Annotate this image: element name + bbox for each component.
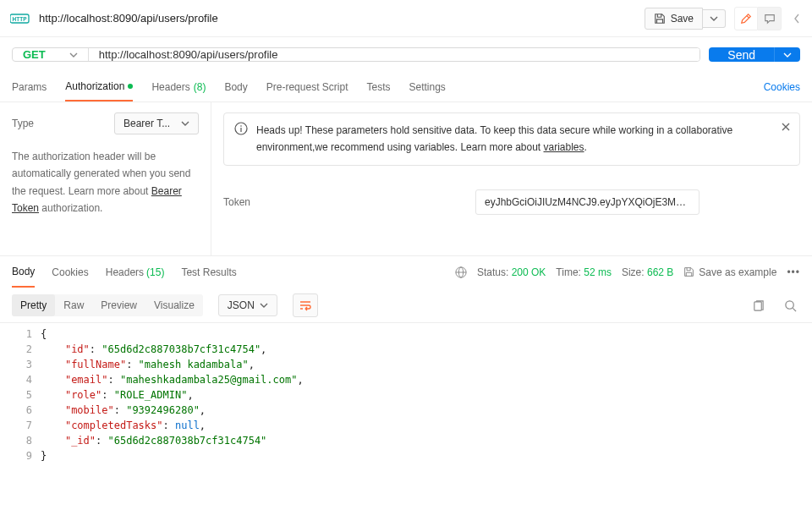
- chevron-down-icon: [181, 119, 189, 128]
- status-label: Status: 200 OK: [477, 266, 546, 278]
- tab-headers[interactable]: Headers (8): [151, 72, 206, 101]
- save-button[interactable]: Save: [645, 8, 703, 30]
- auth-type-label: Type: [12, 118, 34, 129]
- tab-settings[interactable]: Settings: [409, 72, 446, 101]
- svg-text:HTTP: HTTP: [13, 16, 28, 22]
- search-button[interactable]: [780, 295, 800, 315]
- save-icon: [654, 13, 666, 25]
- view-visualize[interactable]: Visualize: [145, 294, 203, 316]
- http-icon: HTTP: [8, 10, 32, 27]
- network-icon[interactable]: [455, 266, 467, 278]
- close-icon[interactable]: [781, 122, 791, 132]
- wrap-lines-button[interactable]: [293, 293, 318, 317]
- tab-body[interactable]: Body: [224, 72, 247, 101]
- chevron-down-icon: [69, 51, 78, 59]
- view-raw[interactable]: Raw: [55, 294, 92, 316]
- method-select[interactable]: GET: [13, 48, 89, 61]
- resp-tab-cookies[interactable]: Cookies: [52, 256, 88, 288]
- format-select[interactable]: JSON: [218, 294, 277, 316]
- chevron-down-icon: [710, 14, 718, 23]
- tab-params[interactable]: Params: [12, 72, 47, 101]
- chevron-down-icon: [783, 51, 792, 59]
- tab-tests[interactable]: Tests: [366, 72, 390, 101]
- send-button[interactable]: Send: [709, 47, 774, 62]
- svg-rect-7: [754, 301, 760, 310]
- more-menu[interactable]: •••: [787, 266, 800, 278]
- response-body[interactable]: 123456789 { "id": "65d6d2c887038b7cf31c4…: [0, 323, 812, 467]
- line-numbers: 123456789: [0, 323, 41, 467]
- tab-prerequest[interactable]: Pre-request Script: [266, 72, 348, 101]
- svg-point-8: [785, 300, 793, 308]
- svg-rect-4: [240, 128, 241, 132]
- auth-type-select[interactable]: Bearer T...: [114, 112, 199, 134]
- variables-link[interactable]: variables: [544, 141, 584, 153]
- token-input[interactable]: eyJhbGciOiJIUzM4NCJ9.eyJpYXQiOjE3MD...: [475, 189, 700, 215]
- comment-button[interactable]: [758, 7, 782, 30]
- chevron-down-icon: [260, 301, 268, 310]
- send-dropdown[interactable]: [774, 47, 800, 62]
- save-as-example[interactable]: Save as example: [683, 266, 776, 278]
- copy-button[interactable]: [748, 295, 768, 315]
- size-label: Size: 662 B: [622, 266, 673, 278]
- resp-tab-headers[interactable]: Headers(15): [106, 256, 165, 288]
- resp-tab-test-results[interactable]: Test Results: [181, 256, 236, 288]
- time-label: Time: 52 ms: [556, 266, 612, 278]
- tab-authorization[interactable]: Authorization: [65, 72, 133, 101]
- breadcrumb: http://localhost:8090/api/users/profile: [39, 12, 638, 25]
- save-icon: [683, 266, 694, 277]
- svg-point-3: [240, 125, 242, 127]
- expand-icon[interactable]: [793, 13, 800, 25]
- cookies-link[interactable]: Cookies: [764, 81, 800, 93]
- sensitive-data-notice: Heads up! These parameters hold sensitiv…: [223, 112, 800, 166]
- wrap-icon: [299, 299, 312, 311]
- token-label: Token: [223, 196, 460, 208]
- comment-icon: [764, 13, 776, 25]
- view-preview[interactable]: Preview: [92, 294, 145, 316]
- auth-help-text: The authorization header will be automat…: [12, 148, 199, 217]
- edit-button[interactable]: [734, 7, 758, 30]
- resp-tab-body[interactable]: Body: [12, 256, 35, 288]
- save-dropdown[interactable]: [703, 9, 726, 28]
- view-pretty[interactable]: Pretty: [12, 294, 55, 316]
- pencil-icon: [740, 13, 752, 25]
- info-icon: [234, 122, 248, 135]
- url-input[interactable]: [89, 48, 700, 61]
- auth-modified-dot: [128, 84, 133, 89]
